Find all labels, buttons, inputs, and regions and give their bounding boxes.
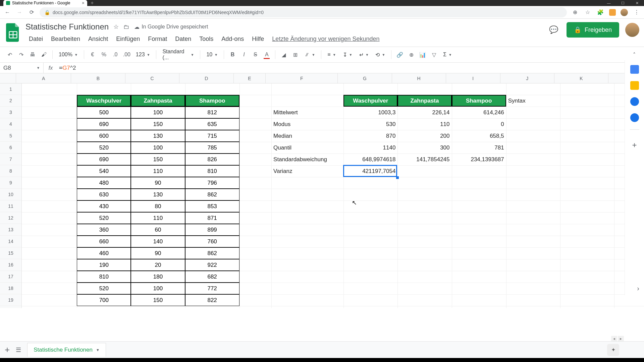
- cell-B9[interactable]: 480: [77, 177, 131, 189]
- menu-datei[interactable]: Datei: [25, 34, 46, 44]
- bookmark-icon[interactable]: ☆: [584, 9, 592, 15]
- extension-1[interactable]: [609, 9, 616, 16]
- fill-color-icon[interactable]: ◢: [279, 50, 289, 60]
- cell-D4[interactable]: 635: [185, 118, 239, 130]
- row-header-19[interactable]: 19: [0, 294, 21, 306]
- zoom-icon[interactable]: ⊕: [571, 9, 579, 15]
- cell-D11[interactable]: 853: [185, 200, 239, 212]
- tasks-icon[interactable]: [630, 97, 639, 106]
- merge-dropdown[interactable]: ⫽▼: [302, 52, 318, 58]
- sheet-nav-left[interactable]: ◄: [611, 336, 617, 341]
- menu-tools[interactable]: Tools: [196, 34, 217, 44]
- column-headers[interactable]: ABCDEFGHIJKL: [16, 73, 644, 83]
- cell-G5[interactable]: 870: [343, 130, 397, 142]
- row-header-12[interactable]: 12: [0, 212, 21, 224]
- row-header-4[interactable]: 4: [0, 118, 21, 130]
- cell-B17[interactable]: 810: [77, 271, 131, 283]
- back-icon[interactable]: ←: [3, 9, 11, 15]
- cell-D7[interactable]: 826: [185, 154, 239, 165]
- italic-icon[interactable]: I: [239, 50, 249, 60]
- cell-G4[interactable]: 530: [343, 118, 397, 130]
- cell-D5[interactable]: 715: [185, 130, 239, 142]
- link-icon[interactable]: 🔗: [395, 50, 405, 60]
- rotate-dropdown[interactable]: ⟲▼: [373, 52, 388, 58]
- last-edit-link[interactable]: Letzte Änderung vor wenigen Sekunden: [272, 36, 379, 43]
- cell-I5[interactable]: 658,5: [452, 130, 506, 142]
- cell-G8[interactable]: 421197,7054: [343, 165, 397, 177]
- row-header-10[interactable]: 10: [0, 189, 21, 200]
- cell-H2[interactable]: Zahnpasta: [397, 95, 451, 107]
- row-header-5[interactable]: 5: [0, 130, 21, 142]
- profile-avatar-small[interactable]: [621, 9, 628, 16]
- cell-C12[interactable]: 110: [131, 212, 185, 224]
- row-header-2[interactable]: 2: [0, 95, 21, 107]
- font-dropdown[interactable]: Standard (...▼: [160, 49, 197, 61]
- cell-C6[interactable]: 100: [131, 142, 185, 154]
- browser-tab[interactable]: Statistische Funktionen - Google ×: [3, 0, 87, 6]
- maximize-button[interactable]: ☐: [616, 0, 630, 6]
- borders-icon[interactable]: ⊞: [290, 50, 300, 60]
- name-box[interactable]: G8 ▼: [0, 63, 44, 73]
- forward-icon[interactable]: →: [15, 9, 23, 15]
- col-header-K[interactable]: K: [554, 73, 608, 83]
- cell-D18[interactable]: 772: [185, 283, 239, 294]
- row-header-8[interactable]: 8: [0, 165, 21, 177]
- add-sheet-button[interactable]: +: [5, 345, 10, 355]
- row-header-16[interactable]: 16: [0, 259, 21, 271]
- cell-C9[interactable]: 90: [131, 177, 185, 189]
- cell-D12[interactable]: 871: [185, 212, 239, 224]
- cell-G6[interactable]: 1140: [343, 142, 397, 154]
- cell-H7[interactable]: 141,7854245: [397, 154, 451, 165]
- cell-D9[interactable]: 796: [185, 177, 239, 189]
- row-headers[interactable]: 12345678910111213141516171819: [0, 83, 22, 308]
- cell-H6[interactable]: 300: [397, 142, 451, 154]
- cell-G2[interactable]: Waschpulver: [343, 95, 397, 107]
- calendar-icon[interactable]: [630, 65, 639, 74]
- select-all-corner[interactable]: [0, 73, 16, 83]
- cell-F8[interactable]: Varianz: [271, 165, 343, 177]
- cell-B18[interactable]: 520: [77, 283, 131, 294]
- reload-icon[interactable]: ⟳: [28, 9, 36, 15]
- cell-F3[interactable]: Mittelwert: [271, 107, 343, 118]
- text-color-icon[interactable]: A: [262, 50, 272, 60]
- cell-C15[interactable]: 90: [131, 247, 185, 259]
- cell-B13[interactable]: 360: [77, 224, 131, 236]
- cell-B5[interactable]: 600: [77, 130, 131, 142]
- new-tab-button[interactable]: +: [91, 0, 94, 6]
- move-icon[interactable]: 🗀: [123, 23, 129, 31]
- spreadsheet-grid[interactable]: ABCDEFGHIJKL 123456789101112131415161718…: [0, 73, 644, 308]
- col-header-F[interactable]: F: [266, 73, 338, 83]
- cell-C4[interactable]: 150: [131, 118, 185, 130]
- cell-C10[interactable]: 130: [131, 189, 185, 200]
- cell-C17[interactable]: 180: [131, 271, 185, 283]
- cell-D16[interactable]: 922: [185, 259, 239, 271]
- cell-I6[interactable]: 781: [452, 142, 506, 154]
- document-title[interactable]: Statistische Funktionen: [25, 22, 109, 32]
- col-header-J[interactable]: J: [500, 73, 554, 83]
- col-header-B[interactable]: B: [71, 73, 125, 83]
- minimize-button[interactable]: —: [602, 0, 616, 6]
- row-header-3[interactable]: 3: [0, 107, 21, 118]
- print-icon[interactable]: 🖶: [28, 50, 38, 60]
- cell-I7[interactable]: 234,1393687: [452, 154, 506, 165]
- cell-J2[interactable]: Syntax: [506, 95, 560, 107]
- percent-icon[interactable]: %: [99, 50, 109, 60]
- cell-B7[interactable]: 690: [77, 154, 131, 165]
- cell-D2[interactable]: Shampoo: [185, 95, 239, 107]
- cell-B4[interactable]: 690: [77, 118, 131, 130]
- cell-G7[interactable]: 648,9974618: [343, 154, 397, 165]
- font-size-dropdown[interactable]: 10▼: [204, 52, 220, 58]
- sheet-tab-active[interactable]: Statistische Funktionen ▼: [27, 343, 106, 357]
- undo-icon[interactable]: ↶: [5, 50, 15, 60]
- menu-ansicht[interactable]: Ansicht: [85, 34, 111, 44]
- cell-C19[interactable]: 150: [131, 294, 185, 306]
- row-header-6[interactable]: 6: [0, 142, 21, 154]
- add-addon-icon[interactable]: +: [632, 140, 637, 150]
- cell-B3[interactable]: 500: [77, 107, 131, 118]
- cell-F4[interactable]: Modus: [271, 118, 343, 130]
- cell-I2[interactable]: Shampoo: [452, 95, 506, 107]
- comment-icon[interactable]: ⊕: [406, 50, 416, 60]
- strike-icon[interactable]: S: [250, 50, 260, 60]
- cell-B19[interactable]: 700: [77, 294, 131, 306]
- menu-format[interactable]: Format: [145, 34, 170, 44]
